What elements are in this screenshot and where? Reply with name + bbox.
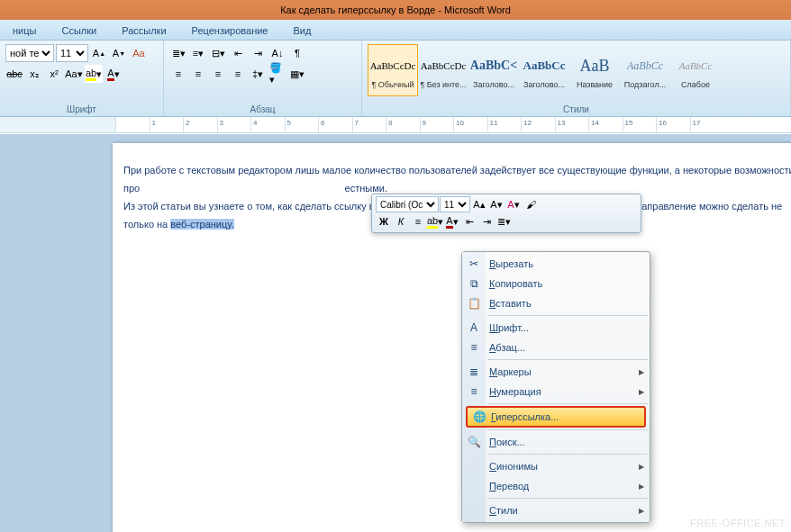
shrink-font-icon[interactable]: A▼: [110, 44, 128, 62]
paragraph-text: естными.: [345, 183, 387, 194]
tab-review[interactable]: Рецензирование: [179, 22, 281, 40]
menu-item--[interactable]: ≡Абзац...: [462, 338, 650, 357]
pilcrow-icon[interactable]: ¶: [288, 44, 306, 62]
submenu-arrow-icon: ▶: [639, 463, 644, 471]
paragraph-group: ≣▾ ≡▾ ⊟▾ ⇤ ⇥ A↓ ¶ ≡ ≡ ≡ ≡ ‡▾ 🪣▾ ▦▾ Абзац: [164, 41, 362, 116]
window-title: Как сделать гиперссылку в Ворде - Micros…: [280, 5, 511, 15]
style-item-3[interactable]: AaBbCcЗаголово...: [519, 44, 569, 96]
menu-item--[interactable]: 📋Вставить: [462, 293, 650, 313]
mini-bullets-icon[interactable]: ≣▾: [496, 213, 512, 230]
paragraph-group-label: Абзац: [169, 104, 356, 116]
menu-icon: A: [466, 320, 482, 336]
menu-label: Маркеры: [489, 366, 532, 377]
mini-highlight-icon[interactable]: ab▾: [427, 213, 443, 230]
mini-center-icon[interactable]: ≡: [410, 213, 426, 230]
justify-icon[interactable]: ≡: [229, 65, 247, 83]
mini-styles-icon[interactable]: A▾: [505, 196, 522, 212]
superscript-icon[interactable]: x²: [45, 65, 63, 83]
tab-references[interactable]: Ссылки: [49, 22, 109, 40]
style-item-2[interactable]: AaBbC<Заголово...: [468, 44, 519, 96]
tab-mailings[interactable]: Рассылки: [109, 22, 178, 40]
menu-icon: ≡: [466, 383, 482, 400]
mini-indent-icon[interactable]: ⇥: [478, 213, 495, 230]
ribbon: ной те 11 A▲ A▼ Aa abc x₂ x² Aa▾ ab▾ A▾ …: [0, 41, 791, 117]
menu-item--[interactable]: AШрифт...: [462, 318, 650, 338]
menu-icon: ✂: [466, 256, 482, 272]
mini-bold-icon[interactable]: Ж: [376, 213, 392, 230]
bullets-icon[interactable]: ≣▾: [169, 44, 187, 62]
font-family-select[interactable]: ной те: [5, 44, 54, 62]
styles-group: AaBbCcDc¶ ОбычныйAaBbCcDc¶ Без инте...Aa…: [362, 41, 791, 116]
menu-item--[interactable]: Перевод▶: [462, 476, 650, 496]
style-item-6[interactable]: AaBbCcСлабое: [670, 44, 721, 96]
style-item-1[interactable]: AaBbCcDc¶ Без инте...: [418, 44, 468, 96]
ribbon-tabs: ницы Ссылки Рассылки Рецензирование Вид: [0, 20, 791, 41]
selected-text[interactable]: веб-страницу.: [170, 219, 233, 230]
menu-icon: 🌐: [471, 409, 487, 425]
menu-label: Шрифт...: [489, 322, 529, 333]
paragraph-text: При работе с текстовым редактором лишь м…: [123, 165, 791, 194]
mini-size-select[interactable]: 11: [440, 196, 470, 212]
menu-label: Нумерация: [489, 386, 541, 397]
font-size-select[interactable]: 11: [56, 44, 88, 62]
tab-pages[interactable]: ницы: [0, 22, 49, 40]
menu-label: Стили: [489, 505, 518, 516]
strike-icon[interactable]: abc: [5, 65, 23, 83]
menu-item--[interactable]: ≣Маркеры▶: [462, 362, 650, 382]
ruler[interactable]: 1234567891011121314151617: [0, 117, 791, 133]
align-right-icon[interactable]: ≡: [209, 65, 227, 83]
menu-item--[interactable]: Синонимы▶: [462, 456, 650, 476]
numbering-icon[interactable]: ≡▾: [189, 44, 207, 62]
menu-item--[interactable]: 🌐Гиперссылка...: [466, 406, 646, 428]
align-center-icon[interactable]: ≡: [189, 65, 207, 83]
shading-icon[interactable]: 🪣▾: [268, 65, 286, 83]
menu-label: Поиск...: [489, 437, 525, 447]
mini-italic-icon[interactable]: К: [393, 213, 409, 230]
style-item-0[interactable]: AaBbCcDc¶ Обычный: [368, 44, 418, 96]
watermark: FREE-OFFICE.NET: [690, 518, 786, 528]
menu-icon: 🔍: [466, 434, 482, 450]
mini-format-painter-icon[interactable]: 🖌: [523, 196, 539, 212]
case-icon[interactable]: Aa▾: [65, 65, 83, 83]
submenu-arrow-icon: ▶: [639, 507, 644, 515]
sort-icon[interactable]: A↓: [268, 44, 286, 62]
mini-outdent-icon[interactable]: ⇤: [461, 213, 477, 230]
menu-icon: ⧉: [466, 275, 482, 292]
mini-font-select[interactable]: Calibri (Осн: [376, 196, 439, 212]
menu-label: Абзац...: [489, 342, 525, 353]
menu-label: Вставить: [489, 298, 532, 309]
menu-item--[interactable]: ≡Нумерация▶: [462, 382, 650, 401]
borders-icon[interactable]: ▦▾: [288, 65, 306, 83]
paragraph-text: Из этой статьи вы узнаете о том, как сде…: [123, 201, 384, 212]
mini-grow-icon[interactable]: A▴: [471, 196, 487, 212]
grow-font-icon[interactable]: A▲: [90, 44, 108, 62]
menu-label: Гиперссылка...: [491, 411, 559, 422]
title-bar: Как сделать гиперссылку в Ворде - Micros…: [0, 0, 791, 20]
mini-shrink-icon[interactable]: A▾: [488, 196, 505, 212]
menu-item--[interactable]: Стили▶: [462, 500, 650, 520]
multilevel-icon[interactable]: ⊟▾: [209, 44, 227, 62]
subscript-icon[interactable]: x₂: [25, 65, 43, 83]
indent-icon[interactable]: ⇥: [249, 44, 267, 62]
menu-label: Синонимы: [489, 461, 538, 472]
style-item-5[interactable]: AaBbCcПодзагол...: [620, 44, 670, 96]
submenu-arrow-icon: ▶: [639, 368, 644, 376]
align-left-icon[interactable]: ≡: [169, 65, 187, 83]
menu-label: Вырезать: [489, 258, 533, 269]
menu-item--[interactable]: ✂Вырезать: [462, 254, 650, 274]
menu-icon: ≡: [466, 339, 482, 356]
clear-format-icon[interactable]: Aa: [130, 44, 148, 62]
menu-label: Копировать: [489, 278, 542, 289]
font-group-label: Шрифт: [5, 104, 158, 116]
highlight-icon[interactable]: ab▾: [85, 65, 103, 83]
tab-view[interactable]: Вид: [281, 22, 324, 40]
submenu-arrow-icon: ▶: [639, 388, 644, 396]
line-spacing-icon[interactable]: ‡▾: [249, 65, 267, 83]
mini-fontcolor-icon[interactable]: A▾: [444, 213, 460, 230]
font-color-icon[interactable]: A▾: [105, 65, 123, 83]
menu-item--[interactable]: 🔍Поиск...: [462, 432, 650, 452]
menu-item--[interactable]: ⧉Копировать: [462, 274, 650, 293]
outdent-icon[interactable]: ⇤: [229, 44, 247, 62]
style-item-4[interactable]: AaBНазвание: [569, 44, 620, 96]
mini-toolbar: Calibri (Осн 11 A▴ A▾ A▾ 🖌 Ж К ≡ ab▾ A▾ …: [371, 194, 641, 233]
